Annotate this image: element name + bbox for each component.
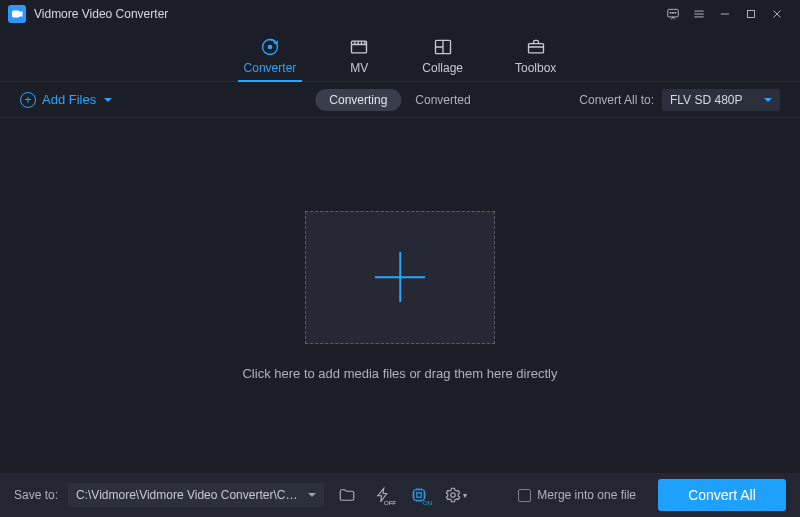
hw-accel-badge: OFF <box>384 500 396 506</box>
add-files-label: Add Files <box>42 92 96 107</box>
chevron-down-icon <box>764 98 772 102</box>
plus-circle-icon: + <box>20 92 36 108</box>
add-files-button[interactable]: + Add Files <box>20 92 112 108</box>
merge-label: Merge into one file <box>537 488 636 502</box>
save-path-select[interactable]: C:\Vidmore\Vidmore Video Converter\Conve… <box>68 483 324 507</box>
format-select[interactable]: FLV SD 480P <box>662 89 780 111</box>
titlebar: Vidmore Video Converter <box>0 0 800 28</box>
svg-rect-12 <box>417 493 422 498</box>
status-segment: Converting Converted <box>315 89 484 111</box>
main-tabs: Converter MV Collage Toolbox <box>0 28 800 82</box>
gpu-accel-badge: ON <box>423 500 432 506</box>
open-folder-button[interactable] <box>334 483 360 507</box>
svg-point-2 <box>670 12 671 13</box>
maximize-button[interactable] <box>738 0 764 28</box>
mv-icon <box>348 37 370 57</box>
dropzone-hint: Click here to add media files or drag th… <box>242 366 557 381</box>
converter-icon <box>259 37 281 57</box>
menu-icon[interactable] <box>686 0 712 28</box>
tab-mv-label: MV <box>350 61 368 75</box>
segment-converted[interactable]: Converted <box>401 89 484 111</box>
collage-icon <box>432 37 454 57</box>
app-logo <box>8 5 26 23</box>
dropzone[interactable] <box>305 211 495 344</box>
format-selected-value: FLV SD 480P <box>670 93 742 107</box>
merge-checkbox[interactable]: Merge into one file <box>518 488 636 502</box>
svg-point-4 <box>675 12 676 13</box>
convert-all-to: Convert All to: FLV SD 480P <box>579 89 780 111</box>
svg-rect-11 <box>414 490 425 501</box>
settings-button[interactable]: ▾ <box>442 483 468 507</box>
convert-all-to-label: Convert All to: <box>579 93 654 107</box>
svg-point-7 <box>268 45 271 48</box>
workspace: Click here to add media files or drag th… <box>0 118 800 473</box>
svg-rect-10 <box>528 44 543 53</box>
close-button[interactable] <box>764 0 790 28</box>
tab-toolbox[interactable]: Toolbox <box>515 37 556 81</box>
action-bar: + Add Files Converting Converted Convert… <box>0 82 800 118</box>
convert-all-button[interactable]: Convert All <box>658 479 786 511</box>
save-to-label: Save to: <box>14 488 58 502</box>
chevron-down-icon <box>308 493 316 497</box>
minimize-button[interactable] <box>712 0 738 28</box>
tab-mv[interactable]: MV <box>348 37 370 81</box>
svg-rect-5 <box>748 11 755 18</box>
svg-rect-0 <box>13 11 20 17</box>
hw-accel-button[interactable]: OFF <box>370 483 396 507</box>
tab-converter[interactable]: Converter <box>244 37 297 81</box>
tab-collage-label: Collage <box>422 61 463 75</box>
app-title: Vidmore Video Converter <box>34 7 168 21</box>
tab-toolbox-label: Toolbox <box>515 61 556 75</box>
checkbox-box <box>518 489 531 502</box>
tab-converter-label: Converter <box>244 61 297 75</box>
tab-collage[interactable]: Collage <box>422 37 463 81</box>
plus-icon <box>375 252 425 302</box>
svg-point-3 <box>672 12 673 13</box>
svg-point-13 <box>450 493 455 498</box>
footer: Save to: C:\Vidmore\Vidmore Video Conver… <box>0 473 800 517</box>
chevron-down-icon: ▾ <box>463 491 467 500</box>
save-path-value: C:\Vidmore\Vidmore Video Converter\Conve… <box>76 488 302 502</box>
segment-converting[interactable]: Converting <box>315 89 401 111</box>
gpu-accel-button[interactable]: ON <box>406 483 432 507</box>
toolbox-icon <box>525 37 547 57</box>
chevron-down-icon <box>104 98 112 102</box>
feedback-icon[interactable] <box>660 0 686 28</box>
